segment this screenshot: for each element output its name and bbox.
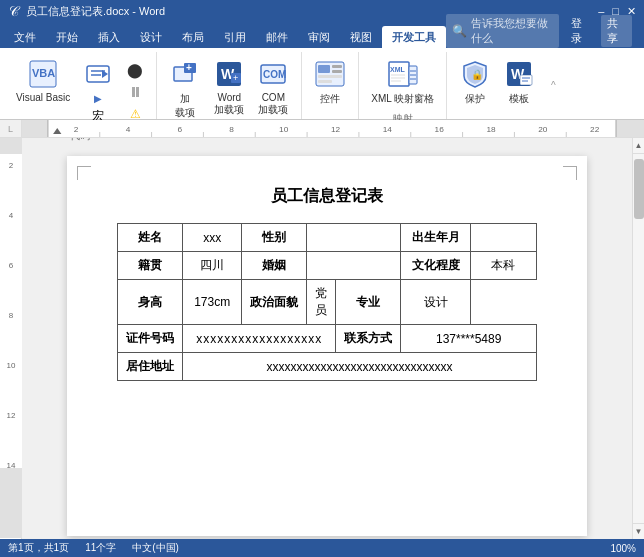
- status-page-info: 第1页，共1页: [8, 541, 69, 555]
- svg-text:+: +: [186, 62, 192, 73]
- tab-review[interactable]: 审阅: [298, 26, 340, 48]
- doc-scroll-area[interactable]: 员工信息登记表 姓名 xxx 性别 出生年月: [22, 138, 632, 539]
- control-label: 控件: [320, 92, 340, 106]
- com-addin-icon: COM: [257, 58, 289, 90]
- tab-design[interactable]: 设计: [130, 26, 172, 48]
- label-gender: 性别: [242, 224, 307, 252]
- label-politics: 政治面貌: [242, 280, 307, 325]
- page-corner-tr: [563, 166, 577, 180]
- tab-insert[interactable]: 插入: [88, 26, 130, 48]
- add-addin-button[interactable]: + 加载项: [165, 56, 205, 122]
- tab-view[interactable]: 视图: [340, 26, 382, 48]
- scroll-down-btn[interactable]: ▼: [633, 523, 644, 539]
- value-hometown: 四川: [183, 252, 242, 280]
- ribbon-collapse-btn[interactable]: ^: [547, 52, 559, 119]
- table-row: 姓名 xxx 性别 出生年月: [118, 224, 537, 252]
- app-window: 𝒞 员工信息登记表.docx - Word – □ ✕ 文件 开始 插入 设计 …: [0, 0, 644, 557]
- tab-home[interactable]: 开始: [46, 26, 88, 48]
- svg-text:22: 22: [590, 125, 600, 134]
- title-filename: 员工信息登记表.docx - Word: [26, 4, 165, 19]
- svg-text:4: 4: [126, 125, 131, 134]
- svg-text:16: 16: [435, 125, 445, 134]
- login-btn[interactable]: 登录: [571, 16, 590, 46]
- tab-file[interactable]: 文件: [4, 26, 46, 48]
- status-bar: 第1页，共1页 11个字 中文(中国) 100%: [0, 539, 644, 557]
- ribbon-group-controls: 控件: [302, 52, 359, 119]
- ribbon-group-addins: + 加载项 W + Word加载项: [157, 52, 302, 119]
- macro-pause-btn[interactable]: [122, 82, 148, 102]
- label-dob: 出生年月: [401, 224, 471, 252]
- vba-label: Visual Basic: [16, 92, 70, 103]
- tab-dev[interactable]: 开发工具: [382, 26, 446, 48]
- macro-pause-icon: [125, 83, 145, 101]
- svg-text:COM: COM: [263, 69, 286, 80]
- svg-text:14: 14: [7, 461, 16, 470]
- xml-mapping-button[interactable]: XML XML 映射窗格: [367, 56, 438, 108]
- label-hometown: 籍贯: [118, 252, 183, 280]
- protect-icon: 🔒: [459, 58, 491, 90]
- tab-layout[interactable]: 布局: [172, 26, 214, 48]
- ribbon-group-code-items: VBA Visual Basic: [12, 52, 148, 129]
- svg-text:20: 20: [538, 125, 548, 134]
- search-hint[interactable]: 告诉我您想要做什么: [471, 16, 553, 46]
- ribbon-group-protection: 🔒 保护 W 模板: [447, 52, 547, 119]
- label-id: 证件号码: [118, 325, 183, 353]
- value-name: xxx: [183, 224, 242, 252]
- ribbon-group-mapping-items: XML XML 映射窗格: [367, 52, 438, 112]
- macro-record-icon: ⬤: [125, 61, 145, 79]
- svg-text:2: 2: [9, 161, 14, 170]
- ribbon-group-controls-items: 控件: [310, 52, 350, 117]
- svg-text:8: 8: [9, 311, 14, 320]
- svg-rect-37: [22, 120, 48, 137]
- protect-button[interactable]: 🔒 保护: [455, 56, 495, 108]
- control-icon: [314, 58, 346, 90]
- ribbon-group-addins-items: + 加载项 W + Word加载项: [165, 52, 293, 126]
- svg-rect-65: [0, 468, 22, 538]
- tab-mail[interactable]: 邮件: [256, 26, 298, 48]
- svg-rect-38: [616, 120, 644, 137]
- macro-button[interactable]: [78, 56, 118, 92]
- value-politics: 党员: [307, 280, 336, 325]
- ruler-horizontal: L 2 4 6 8 10 12 14 16 18 20 22: [0, 120, 644, 138]
- macro-record-btn[interactable]: ⬤: [122, 60, 148, 80]
- macro-run-btn[interactable]: ▶: [85, 88, 111, 108]
- xml-mapping-icon: XML: [387, 58, 419, 90]
- ribbon-group-code: VBA Visual Basic: [4, 52, 157, 119]
- template-icon: W: [503, 58, 535, 90]
- vertical-scrollbar[interactable]: ▲ ▼: [632, 138, 644, 539]
- ruler-h-marks: 2 4 6 8 10 12 14 16 18 20 22: [22, 120, 644, 137]
- ribbon-tabs: 文件 开始 插入 设计 布局 引用 邮件 审阅 视图 开发工具 🔍 告诉我您想要…: [0, 22, 644, 48]
- tab-refs[interactable]: 引用: [214, 26, 256, 48]
- document-page: 员工信息登记表 姓名 xxx 性别 出生年月: [67, 156, 587, 536]
- svg-rect-17: [332, 65, 342, 68]
- ribbon-group-mapping: XML XML 映射窗格 映射: [359, 52, 447, 119]
- svg-rect-33: [520, 75, 532, 85]
- label-height: 身高: [118, 280, 183, 325]
- value-education: 本科: [470, 252, 536, 280]
- share-btn[interactable]: 共享: [601, 15, 632, 47]
- status-word-count: 11个字: [85, 541, 116, 555]
- scroll-thumb[interactable]: [634, 159, 644, 219]
- template-label: 模板: [509, 92, 529, 106]
- word-addin-button[interactable]: W + Word加载项: [209, 56, 249, 119]
- svg-text:8: 8: [229, 125, 234, 134]
- svg-text:2: 2: [74, 125, 79, 134]
- status-lang: 中文(中国): [132, 541, 179, 555]
- value-gender: [307, 224, 401, 252]
- ribbon: VBA Visual Basic: [0, 48, 644, 120]
- value-height: 173cm: [183, 280, 242, 325]
- template-button[interactable]: W 模板: [499, 56, 539, 108]
- value-address: xxxxxxxxxxxxxxxxxxxxxxxxxxxxxxx: [183, 353, 537, 381]
- ruler-corner[interactable]: L: [0, 120, 22, 137]
- value-marital: [307, 252, 401, 280]
- com-addin-button[interactable]: COM COM加载项: [253, 56, 293, 119]
- vba-button[interactable]: VBA Visual Basic: [12, 56, 74, 105]
- scroll-up-btn[interactable]: ▲: [633, 138, 644, 154]
- vba-icon: VBA: [27, 58, 59, 90]
- control-button[interactable]: 控件: [310, 56, 350, 108]
- word-addin-label: Word加载项: [214, 92, 244, 117]
- macro-icon: [82, 58, 114, 90]
- page-corner-tl: [77, 166, 91, 180]
- svg-text:+: +: [233, 73, 238, 83]
- label-major: 专业: [336, 280, 401, 325]
